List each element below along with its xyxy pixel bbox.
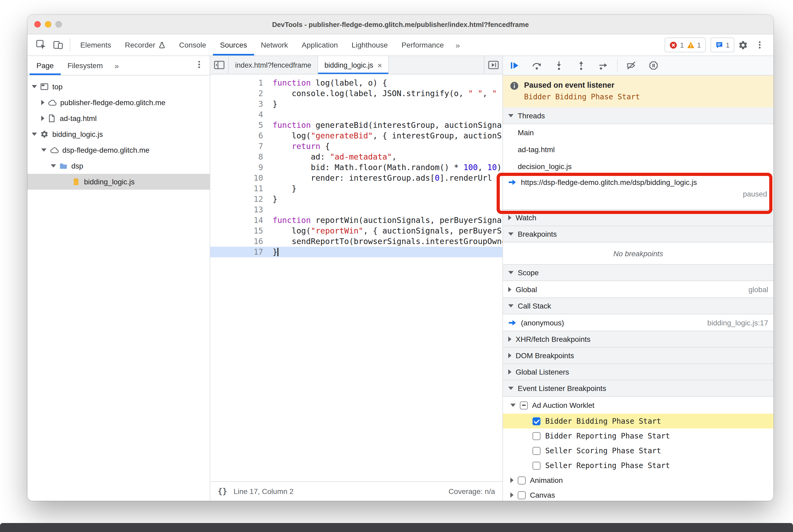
code-line[interactable]: 4 [210,109,503,120]
collapse-icon[interactable] [51,164,56,168]
section-scope[interactable]: Scope [503,264,773,281]
seller-scoring-checkbox[interactable] [532,447,541,455]
elb-item-seller-reporting-phase-start[interactable]: Seller Reporting Phase Start [503,458,773,473]
elb-item-seller-scoring-phase-start[interactable]: Seller Scoring Phase Start [503,443,773,458]
tab-lighthouse[interactable]: Lighthouse [345,34,395,55]
section-dom-breakpoints[interactable]: DOM Breakpoints [503,347,773,364]
collapse-icon[interactable] [32,85,37,88]
section-call-stack[interactable]: Call Stack [503,298,773,314]
minimize-window-button[interactable] [45,21,51,27]
seller-reporting-checkbox[interactable] [532,461,541,469]
line-number[interactable]: 4 [210,109,269,120]
device-toolbar-button[interactable] [50,36,67,53]
errors-warnings-badge[interactable]: 1 1 [665,38,706,52]
tree-item-bidding-logic-worklet[interactable]: bidding_logic.js [27,126,210,142]
code-line[interactable]: 14function reportWin(auctionSignals, per… [210,215,503,226]
tab-recorder[interactable]: Recorder [118,34,172,55]
thread-main[interactable]: Main [503,124,773,141]
code-line[interactable]: 5function generateBid(interestGroup, auc… [210,120,503,131]
code-line[interactable]: 6 log("generateBid", { interestGroup, au… [210,131,503,141]
elb-category-animation[interactable]: Animation [503,473,773,488]
line-number[interactable]: 17 [210,247,269,257]
code-area[interactable]: 1function log(label, o) {2 console.log(l… [210,75,503,481]
elb-category-ad-auction-worklet[interactable]: Ad Auction Worklet [503,397,773,414]
tab-application[interactable]: Application [295,34,345,55]
section-breakpoints[interactable]: Breakpoints [503,226,773,243]
code-line[interactable]: 17} [210,247,503,257]
editor-pane-options-button[interactable] [484,56,503,74]
line-number[interactable]: 8 [210,152,269,162]
step-over-button[interactable] [531,60,542,71]
scope-global-row[interactable]: Global global [503,281,773,298]
main-menu-button[interactable] [751,36,768,53]
canvas-checkbox[interactable] [518,491,526,499]
expand-icon[interactable] [41,116,44,121]
thread-ad-tag[interactable]: ad-tag.html [503,141,773,158]
code-line[interactable]: 1function log(label, o) { [210,78,503,88]
deactivate-breakpoints-button[interactable] [626,60,637,71]
step-into-button[interactable] [554,60,564,71]
code-line[interactable]: 13 [210,205,503,215]
tab-sources[interactable]: Sources [213,34,254,55]
line-number[interactable]: 9 [210,162,269,173]
expand-icon[interactable] [41,100,44,105]
resume-script-button[interactable] [509,60,520,71]
zoom-window-button[interactable] [55,21,62,27]
elb-item-bidder-reporting-phase-start[interactable]: Bidder Reporting Phase Start [503,429,773,443]
code-line[interactable]: 10 render: interestGroup.ads[0].renderUr… [210,173,503,183]
collapse-icon[interactable] [32,133,37,136]
elb-item-bidder-bidding-phase-start[interactable]: Bidder Bidding Phase Start [503,414,773,429]
line-number[interactable]: 1 [210,78,269,88]
line-number[interactable]: 16 [210,236,269,247]
line-number[interactable]: 13 [210,205,269,215]
line-number[interactable]: 11 [210,183,269,194]
thread-bidding-logic-active[interactable]: https://dsp-fledge-demo.glitch.me/dsp/bi… [503,175,773,210]
line-number[interactable]: 5 [210,120,269,131]
section-global-listeners[interactable]: Global Listeners [503,363,773,380]
tree-item-bidding-logic-file[interactable]: bidding_logic.js [27,174,210,190]
pretty-print-icon[interactable]: {} [218,487,227,496]
line-number[interactable]: 15 [210,226,269,236]
tree-item-top[interactable]: top [27,79,210,95]
collapse-icon[interactable] [41,149,46,152]
editor-tab-bidding-logic[interactable]: bidding_logic.js × [318,56,389,74]
call-stack-frame[interactable]: (anonymous) bidding_logic.js:17 [503,314,773,331]
tree-item-ad-tag[interactable]: ad-tag.html [27,110,210,126]
line-number[interactable]: 12 [210,194,269,205]
tab-network[interactable]: Network [254,34,295,55]
expand-icon[interactable] [508,287,511,292]
settings-button[interactable] [734,36,751,53]
tree-item-dsp-origin[interactable]: dsp-fledge-demo.glitch.me [27,142,210,158]
tree-item-publisher-origin[interactable]: publisher-fledge-demo.glitch.me [27,95,210,110]
line-number[interactable]: 6 [210,131,269,141]
bidder-reporting-checkbox[interactable] [532,432,541,440]
toggle-navigator-button[interactable] [210,56,229,74]
tab-elements[interactable]: Elements [73,34,118,55]
code-line[interactable]: 2 console.log(label, JSON.stringify(o, "… [210,88,503,99]
line-number[interactable]: 3 [210,99,269,109]
line-number[interactable]: 14 [210,215,269,226]
tab-performance[interactable]: Performance [395,34,451,55]
section-watch[interactable]: Watch [503,209,773,226]
step-out-button[interactable] [576,60,586,71]
collapse-icon[interactable] [510,404,516,407]
code-line[interactable]: 16 sendReportTo(browserSignals.interestG… [210,236,503,247]
more-panels-button[interactable]: » [451,40,465,50]
code-line[interactable]: 12} [210,194,503,205]
code-line[interactable]: 15 log("reportWin", { auctionSignals, pe… [210,226,503,236]
tab-filesystem[interactable]: Filesystem [60,56,110,75]
section-threads[interactable]: Threads [503,107,773,124]
navigator-menu-button[interactable] [191,56,208,73]
line-number[interactable]: 7 [210,141,269,152]
ad-auction-worklet-checkbox[interactable] [520,401,528,409]
tree-item-dsp-folder[interactable]: dsp [27,158,210,174]
close-tab-icon[interactable]: × [377,60,382,70]
editor-tab-index-html[interactable]: index.html?fencedframe [229,56,318,74]
tab-page[interactable]: Page [30,56,60,75]
section-event-listener-breakpoints[interactable]: Event Listener Breakpoints [503,380,773,397]
line-number[interactable]: 2 [210,88,269,99]
code-line[interactable]: 8 ad: "ad-metadata", [210,152,503,162]
code-line[interactable]: 9 bid: Math.floor(Math.random() * 100, 1… [210,162,503,173]
issues-badge[interactable]: 1 [711,38,734,52]
bidder-bidding-checkbox[interactable] [532,417,541,425]
